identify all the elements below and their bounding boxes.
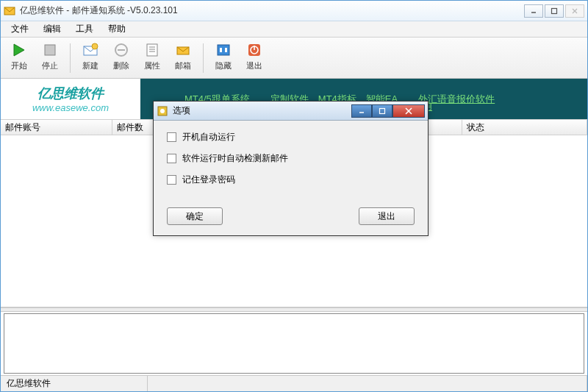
window-title: 亿思维软件 - 邮件通知系统 -V5.0.23.101 [20,4,524,17]
svg-rect-6 [45,45,55,55]
power-icon [245,41,263,59]
splitter[interactable] [1,307,587,312]
checkbox-icon [167,175,176,185]
menu-file[interactable]: 文件 [4,21,36,37]
toolbar-stop-button[interactable]: 停止 [36,40,64,76]
dialog-cancel-button[interactable]: 退出 [359,207,415,225]
toolbar-hide-label: 隐藏 [215,60,232,71]
checkbox-remember-label: 记住登录密码 [182,174,235,186]
svg-rect-18 [225,48,227,52]
toolbar-new-button[interactable]: 新建 [76,40,104,76]
grid-col-status[interactable]: 状态 [462,120,587,135]
app-icon [4,5,15,17]
svg-point-8 [92,43,98,49]
checkbox-icon [167,132,176,142]
toolbar-hide-button[interactable]: 隐藏 [209,40,237,76]
toolbar-mailbox-button[interactable]: 邮箱 [169,40,197,76]
status-left: 亿思维软件 [1,376,148,391]
grid-col-count[interactable]: 邮件数 [112,120,157,135]
toolbar-delete-button[interactable]: 删除 [107,40,135,76]
toolbar-separator [70,43,71,73]
toolbar-exit-label: 退出 [246,60,262,71]
svg-marker-5 [14,44,24,56]
toolbar-mailbox-label: 邮箱 [175,60,191,71]
dialog-minimize-button[interactable] [351,104,372,118]
dialog-window-controls [351,104,425,118]
logo-text: 亿思维软件 [37,85,104,102]
maximize-button[interactable] [545,4,564,18]
mailbox-icon [174,41,192,59]
close-button[interactable] [565,4,584,18]
dialog-titlebar[interactable]: 选项 [154,101,428,121]
status-right [148,376,587,391]
checkbox-autocheck[interactable]: 软件运行时自动检测新邮件 [167,152,415,165]
play-icon [10,41,28,59]
minimize-button[interactable] [524,4,543,18]
svg-rect-25 [380,108,385,113]
checkbox-icon [167,154,176,163]
menu-help[interactable]: 帮助 [101,21,133,37]
toolbar-stop-label: 停止 [42,60,58,71]
dialog-button-row: 确定 退出 [167,207,415,225]
svg-rect-2 [552,8,557,13]
dialog-body: 开机自动运行 软件运行时自动检测新邮件 记住登录密码 确定 退出 [154,121,428,235]
banner-logo: 亿思维软件 www.easewe.com [1,79,140,119]
checkbox-autocheck-label: 软件运行时自动检测新邮件 [182,152,288,165]
toolbar-separator [203,43,204,73]
statusbar: 亿思维软件 [1,375,587,391]
properties-icon [143,41,161,59]
svg-rect-11 [147,44,157,56]
menubar: 文件 编辑 工具 帮助 [1,21,587,38]
dialog-title: 选项 [173,104,347,117]
toolbar-delete-label: 删除 [113,60,129,71]
toolbar: 开始 停止 新建 删除 属性 邮箱 隐藏 退出 [1,38,587,79]
toolbar-new-label: 新建 [82,60,98,71]
menu-tools[interactable]: 工具 [68,21,101,37]
svg-rect-17 [220,48,222,52]
dialog-icon [157,105,168,117]
toolbar-properties-label: 属性 [144,60,160,71]
grid-col-account[interactable]: 邮件账号 [1,120,112,135]
svg-point-23 [160,109,165,113]
window-controls [524,4,584,18]
options-dialog: 选项 开机自动运行 软件运行时自动检测新邮件 记住登录密码 确定 退出 [153,101,429,236]
delete-icon [112,41,130,59]
toolbar-properties-button[interactable]: 属性 [138,40,166,76]
dialog-close-button[interactable] [392,104,425,118]
checkbox-remember[interactable]: 记住登录密码 [167,174,415,186]
toolbar-start-label: 开始 [11,60,27,71]
toolbar-start-button[interactable]: 开始 [5,40,33,76]
bottom-pane[interactable] [4,313,584,374]
logo-url: www.easewe.com [32,102,109,113]
menu-edit[interactable]: 编辑 [36,21,68,37]
hide-icon [215,41,232,59]
dialog-maximize-button[interactable] [372,104,392,118]
new-mail-icon [82,41,99,59]
checkbox-autostart[interactable]: 开机自动运行 [167,131,415,143]
checkbox-autostart-label: 开机自动运行 [182,131,235,143]
stop-icon [41,41,59,59]
titlebar: 亿思维软件 - 邮件通知系统 -V5.0.23.101 [1,1,587,21]
svg-rect-16 [218,45,229,55]
dialog-ok-button[interactable]: 确定 [167,207,223,225]
toolbar-exit-button[interactable]: 退出 [240,40,268,76]
